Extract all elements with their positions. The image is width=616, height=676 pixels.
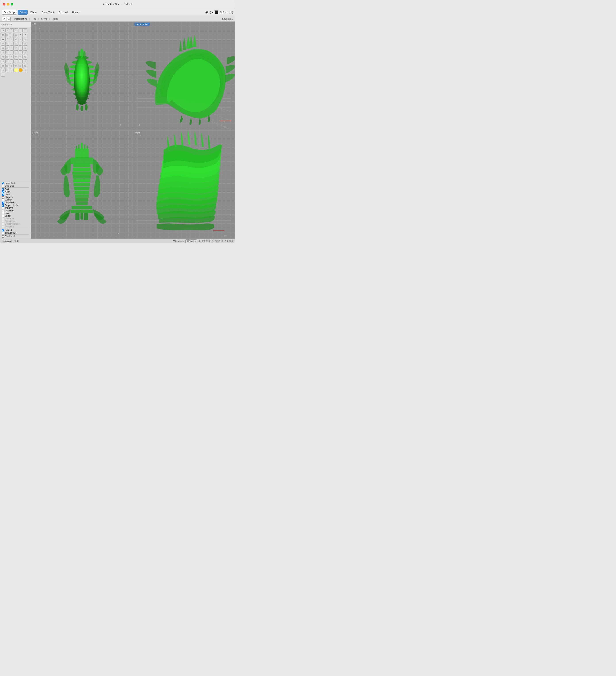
explode-tool[interactable]: ⬚ <box>5 42 9 46</box>
snap-tangent[interactable]: Tangent <box>2 207 29 209</box>
planar-button[interactable]: Planar <box>28 10 39 15</box>
select-tool[interactable]: ▷ <box>1 28 5 32</box>
snap-intersection[interactable]: Intersection <box>2 202 29 204</box>
mirror-tool[interactable]: ⌒ <box>5 37 9 41</box>
ellipse-tool[interactable]: ⬚ <box>5 33 9 37</box>
hatch-tool[interactable]: ⬚ <box>10 55 14 59</box>
split-tool[interactable]: ⬚ <box>23 37 27 41</box>
network-tool[interactable]: ⬚ <box>18 46 22 50</box>
snap-center[interactable]: Center <box>2 199 29 201</box>
curve-tool[interactable]: ⌒ <box>10 28 14 32</box>
snap-perpendicular[interactable]: Perpendicular <box>2 204 29 207</box>
rotate-tool[interactable]: ↺ <box>23 33 27 37</box>
extra-tool[interactable]: ⬚ <box>23 68 27 72</box>
mesh-tool[interactable]: ⬚ <box>18 51 22 54</box>
plug-in-tool[interactable]: ⬚ <box>1 68 5 72</box>
extrude-tool[interactable]: ⬡ <box>1 46 5 50</box>
rect-tool[interactable]: ⬚ <box>14 28 18 32</box>
viewport-right[interactable]: Right <box>133 130 235 239</box>
mass-tool[interactable]: ⬚ <box>5 64 9 68</box>
patch-tool[interactable]: ⬚ <box>23 46 27 50</box>
leader-tool[interactable]: ⬚ <box>14 55 18 59</box>
props-tool[interactable]: ⬚ <box>5 59 9 63</box>
arc-tool[interactable]: ⌒ <box>23 28 27 32</box>
render-tool[interactable]: ⬚ <box>23 51 27 54</box>
snap-vertex[interactable]: Vertex <box>2 215 29 217</box>
clipping-tool[interactable]: ⬚ <box>23 55 27 59</box>
macro-tool[interactable]: ⬚ <box>10 68 14 72</box>
object-snap-tool[interactable]: ⬚ <box>10 59 14 63</box>
layout-icon[interactable]: ⬚ <box>230 10 233 14</box>
viewport-front[interactable]: Front <box>31 130 132 239</box>
material-tool[interactable] <box>18 68 22 72</box>
nav-back-icon[interactable]: ⊕ <box>205 10 208 14</box>
cplane-button[interactable]: CPlane ▾ <box>185 239 197 243</box>
fullscreen-button[interactable] <box>11 3 13 6</box>
history-button[interactable]: History <box>70 10 81 15</box>
snap-midpoint[interactable]: Midpoint <box>2 196 29 199</box>
snap-on-curve[interactable]: On curve <box>2 217 29 220</box>
curvature-tool[interactable]: ⬚ <box>10 64 14 68</box>
box-tool[interactable]: ⬚ <box>14 33 18 37</box>
snap-on-polysurface[interactable]: On polysurface <box>2 223 29 225</box>
dim-tool[interactable]: ⬚ <box>1 55 5 59</box>
tab-front[interactable]: Front <box>40 17 48 20</box>
point-tool[interactable]: · <box>5 28 9 32</box>
snap-disable-all[interactable]: Disable all <box>2 235 29 237</box>
layouts-button[interactable]: Layouts... <box>222 17 233 20</box>
corner-tool[interactable]: ⌞ <box>1 73 5 76</box>
light-tool[interactable]: ⬚ <box>14 59 18 63</box>
deviation-tool[interactable]: ⬚ <box>14 64 18 68</box>
revolve-tool[interactable]: ⬚ <box>5 46 9 50</box>
nav-target-icon[interactable]: ◎ <box>210 10 213 14</box>
snap-point[interactable]: Point <box>2 193 29 196</box>
freeform-tool[interactable]: ⌒ <box>10 33 14 37</box>
scale-tool[interactable]: ⊙ <box>1 37 5 41</box>
join-tool[interactable]: ⬡ <box>1 42 5 46</box>
array-tool[interactable]: ⬚ <box>10 37 14 41</box>
trim-tool[interactable]: ✂ <box>18 37 22 41</box>
snap-persistent[interactable]: Persistent <box>2 182 29 184</box>
offset-tool[interactable]: ⬡ <box>14 37 18 41</box>
minimize-button[interactable] <box>7 3 9 6</box>
smart-track-button[interactable]: SmartTrack <box>40 10 56 15</box>
gumball-button[interactable]: Gumball <box>57 10 69 15</box>
snap-near[interactable]: Near <box>2 191 29 193</box>
script-tool[interactable]: ⬚ <box>5 68 9 72</box>
move-tool[interactable]: ✥ <box>18 33 22 37</box>
viewport-top[interactable]: Top <box>31 22 132 130</box>
viewport-perspective[interactable]: Perspective <box>133 22 235 130</box>
draft-tool[interactable]: ⬚ <box>18 64 22 68</box>
solid-tool[interactable]: ⬚ <box>14 51 18 54</box>
snap-smarttrack[interactable]: SmartTrack <box>2 231 29 234</box>
tab-top[interactable]: Top <box>31 17 38 20</box>
chamfer-tool[interactable]: ⬚ <box>18 42 22 46</box>
loft-tool[interactable]: ⬚ <box>10 46 14 50</box>
poly-tool[interactable]: ◇ <box>18 28 22 32</box>
sweep-tool[interactable]: ⬚ <box>14 46 18 50</box>
dot-tool[interactable]: ⬚ <box>18 55 22 59</box>
boolean-diff-tool[interactable]: ⬚ <box>5 51 9 54</box>
snap-knot[interactable]: Knot <box>2 212 29 215</box>
snap-on-surface[interactable]: On surface <box>2 220 29 222</box>
snap-project[interactable]: Project <box>2 229 29 231</box>
camera-tool[interactable]: ⬚ <box>18 59 22 63</box>
ortho-button[interactable]: Ortho <box>18 10 28 15</box>
view-icon-single[interactable]: ⬚ <box>7 17 11 21</box>
view-icon-grid[interactable]: ⊞ <box>2 17 6 21</box>
snap-end[interactable]: End <box>2 188 29 190</box>
close-button[interactable] <box>3 3 5 6</box>
grid-snap-button[interactable]: Grid Snap <box>2 10 17 15</box>
color-swatch[interactable] <box>214 10 218 14</box>
tab-perspective[interactable]: Perspective <box>13 17 28 20</box>
fillet-tool[interactable]: ⬚ <box>14 42 18 46</box>
boolean-union-tool[interactable]: ⬚ <box>1 51 5 54</box>
snap-one-shot[interactable]: One shot <box>2 185 29 187</box>
boolean-int-tool[interactable]: ⬚ <box>10 51 14 54</box>
section-tool[interactable]: ⬚ <box>23 64 27 68</box>
snap-quadrant[interactable]: Quadrant <box>2 209 29 212</box>
color-tool[interactable] <box>14 68 18 72</box>
tab-right[interactable]: Right <box>51 17 59 20</box>
analyze-tool[interactable]: ◎ <box>1 64 5 68</box>
extend-tool[interactable]: ⬚ <box>10 42 14 46</box>
